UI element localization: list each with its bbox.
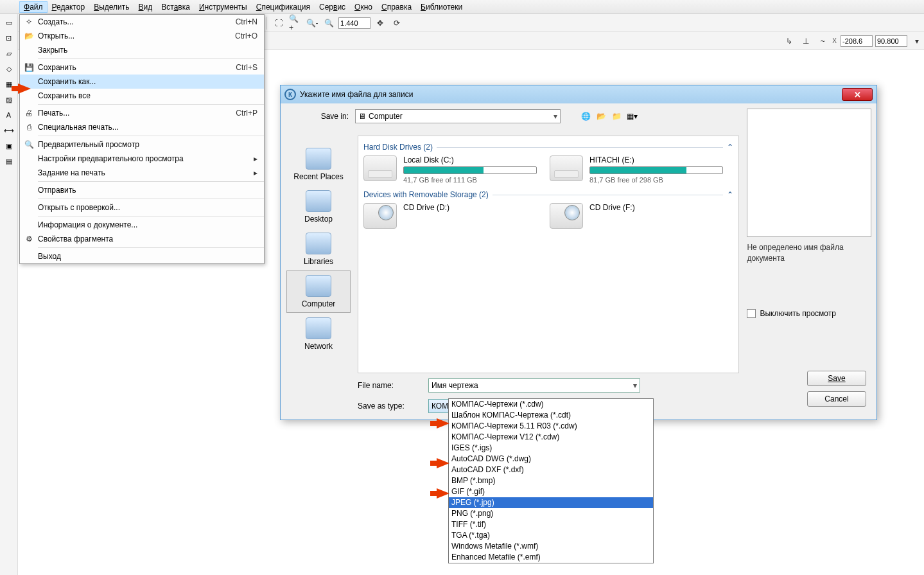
place-item[interactable]: Libraries [286, 228, 351, 270]
menubar-item-вставка[interactable]: Вставка [157, 1, 195, 13]
format-option[interactable]: TIFF (*.tif) [449, 519, 653, 530]
menu-item[interactable]: Сохранить как... [20, 75, 264, 89]
dim-icon[interactable]: ⟷ [2, 123, 16, 137]
tool3-icon[interactable]: ◇ [2, 62, 16, 76]
menu-item[interactable]: Закрыть [20, 43, 264, 57]
menu-icon: ⚙ [20, 232, 38, 246]
disable-preview-checkbox[interactable] [747, 309, 756, 318]
format-option[interactable]: Windows Metafile (*.wmf) [449, 541, 653, 552]
menu-label: Сохранить все [38, 91, 257, 100]
menubar-item-файл[interactable]: Файл [19, 1, 48, 13]
menubar-item-выделить[interactable]: Выделить [89, 1, 134, 13]
format-option[interactable]: КОМПАС-Чертежи 5.11 R03 (*.cdw) [449, 421, 653, 432]
menu-label: Настройки предварительного просмотра [38, 154, 254, 163]
format-option[interactable]: AutoCAD DXF (*.dxf) [449, 464, 653, 475]
menu-item[interactable]: Отправить [20, 183, 264, 197]
dialog-titlebar[interactable]: К Укажите имя файла для записи ✕ [281, 85, 876, 103]
close-button[interactable]: ✕ [842, 88, 873, 101]
menu-item[interactable]: ✧Создать...Ctrl+N [20, 15, 264, 29]
menu-item[interactable]: Открыть с проверкой... [20, 200, 264, 215]
pan-icon[interactable]: ✥ [373, 16, 387, 30]
menu-label: Печать... [38, 109, 236, 118]
menubar-item-справка[interactable]: Справка [377, 1, 416, 13]
cancel-button[interactable]: Cancel [807, 391, 866, 407]
coord-y-input[interactable] [875, 35, 907, 47]
menu-item[interactable]: ⎙Специальная печать... [20, 120, 264, 134]
filename-combo[interactable]: Имя чертежа [428, 378, 640, 393]
coord-x-input[interactable] [841, 35, 873, 47]
zoom-window-icon[interactable]: 🔍 [322, 16, 336, 30]
view-icon[interactable]: ▦▾ [626, 111, 638, 122]
format-option[interactable]: КОМПАС-Чертежи V12 (*.cdw) [449, 432, 653, 443]
collapse-icon[interactable]: ⌃ [727, 143, 733, 152]
place-item[interactable]: Desktop [286, 186, 351, 228]
collapse-icon[interactable]: ⌃ [727, 190, 733, 199]
save-in-combo[interactable]: 🖥 Computer [355, 109, 561, 123]
place-item[interactable]: Recent Places [286, 143, 351, 186]
format-option[interactable]: BMP (*.bmp) [449, 475, 653, 486]
newfolder-icon[interactable]: 📁 [611, 111, 622, 122]
menubar-item-окно[interactable]: Окно [350, 1, 377, 13]
menu-icon: 🔍 [20, 137, 38, 152]
menu-item[interactable]: Информация о документе... [20, 218, 264, 232]
cd-name: CD Drive (F:) [589, 203, 723, 212]
format-option[interactable]: JPEG (*.jpg) [449, 497, 653, 508]
tilde-icon[interactable]: ~ [815, 34, 830, 48]
format-dropdown-list[interactable]: КОМПАС-Чертежи (*.cdw)Шаблон КОМПАС-Черт… [448, 398, 654, 563]
menu-item[interactable]: ⚙Свойства фрагмента [20, 232, 264, 246]
menubar-item-инструменты[interactable]: Инструменты [195, 1, 252, 13]
menubar-item-вид[interactable]: Вид [134, 1, 157, 13]
menubar-item-библиотеки[interactable]: Библиотеки [416, 1, 467, 13]
format-option[interactable]: GIF (*.gif) [449, 486, 653, 497]
format-option[interactable]: IGES (*.igs) [449, 443, 653, 454]
tool2-icon[interactable]: ▱ [2, 46, 16, 60]
menu-separator [38, 247, 264, 248]
menu-item[interactable]: Задание на печать▸ [20, 166, 264, 180]
cd-drive-item[interactable]: CD Drive (F:) [550, 203, 723, 229]
axis-icon[interactable]: ↳ [782, 34, 796, 48]
menubar-item-редактор[interactable]: Редактор [48, 1, 90, 13]
menu-item[interactable]: 📂Открыть...Ctrl+O [20, 29, 264, 43]
drive-item[interactable]: Local Disk (C:) 41,7 GB free of 111 GB [363, 155, 537, 184]
zoom-in-icon[interactable]: 🔍+ [288, 16, 302, 30]
box2-icon[interactable]: ▤ [2, 154, 16, 168]
menu-item[interactable]: 💾СохранитьCtrl+S [20, 60, 264, 75]
perp-icon[interactable]: ⊥ [799, 34, 813, 48]
preview-text: Не определено имя файла документа [747, 242, 871, 264]
format-option[interactable]: TGA (*.tga) [449, 530, 653, 541]
menu-item[interactable]: 🔍Предварительный просмотр [20, 137, 264, 152]
format-option[interactable]: Enhanced Metafile (*.emf) [449, 552, 653, 563]
cd-drive-item[interactable]: CD Drive (D:) [363, 203, 537, 229]
drive-item[interactable]: HITACHI (E:) 81,7 GB free of 298 GB [550, 155, 723, 184]
hatch-icon[interactable]: ▨ [2, 93, 16, 107]
menu-label: Сохранить [38, 63, 236, 72]
back-icon[interactable]: 🌐 [580, 111, 591, 122]
format-option[interactable]: КОМПАС-Чертежи (*.cdw) [449, 399, 653, 410]
drive-usage-bar [589, 166, 723, 174]
tool1-icon[interactable]: ⊡ [2, 31, 16, 45]
menu-item[interactable]: Настройки предварительного просмотра▸ [20, 152, 264, 166]
menubar-item-спецификация[interactable]: Спецификация [252, 1, 315, 13]
app-icon: К [284, 89, 296, 100]
box-icon[interactable]: ▣ [2, 139, 16, 153]
up-icon[interactable]: 📂 [595, 111, 607, 122]
format-option[interactable]: Шаблон КОМПАС-Чертежа (*.cdt) [449, 410, 653, 421]
zoom-fit-icon[interactable]: ⛶ [272, 16, 286, 30]
menu-item[interactable]: Сохранить все [20, 89, 264, 103]
dropdown-icon[interactable]: ▾ [910, 34, 924, 48]
place-item[interactable]: Network [286, 313, 351, 355]
place-icon [306, 233, 331, 254]
menu-item[interactable]: Выход [20, 249, 264, 263]
menu-icon [20, 249, 38, 263]
zoom-level-input[interactable] [338, 17, 370, 29]
save-button[interactable]: Save [807, 371, 866, 386]
refresh-icon[interactable]: ⟳ [390, 16, 404, 30]
place-item[interactable]: Computer [286, 270, 351, 313]
tab-icon[interactable]: ▭ [2, 15, 16, 30]
format-option[interactable]: PNG (*.png) [449, 508, 653, 519]
format-option[interactable]: AutoCAD DWG (*.dwg) [449, 454, 653, 464]
menubar-item-сервис[interactable]: Сервис [315, 1, 350, 13]
zoom-out-icon[interactable]: 🔍- [305, 16, 319, 30]
menu-item[interactable]: 🖨Печать...Ctrl+P [20, 106, 264, 120]
text-icon[interactable]: A [2, 108, 16, 122]
